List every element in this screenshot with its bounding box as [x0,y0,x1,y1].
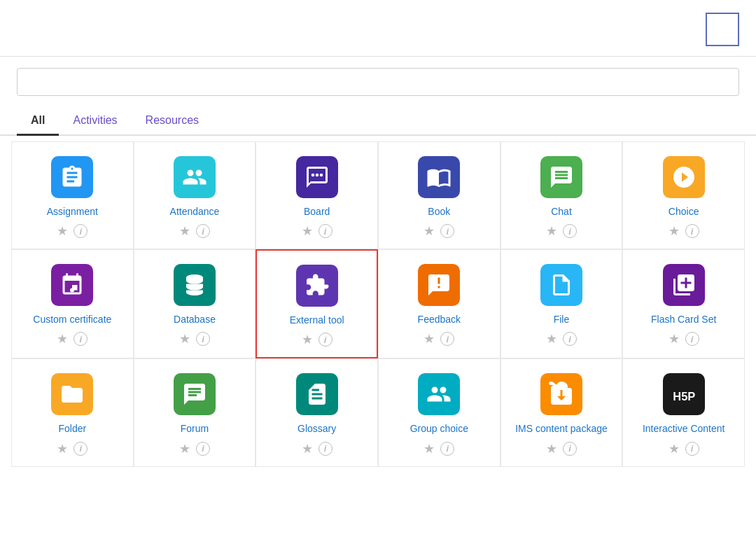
tab-activities[interactable]: Activities [59,107,131,136]
grid-item-book[interactable]: Book★i [378,141,500,249]
modal: All Activities Resources Assignment★iAtt… [0,0,756,544]
grid-item-ims-content-package[interactable]: IMS content package★i [500,358,623,466]
item-label-group-choice: Group choice [410,422,468,435]
grid-item-file[interactable]: File★i [500,249,623,358]
tab-all[interactable]: All [17,107,59,136]
grid-item-assignment[interactable]: Assignment★i [11,141,134,249]
item-actions-group-choice: ★i [424,441,454,456]
svg-point-1 [315,174,318,177]
item-label-chat: Chat [551,205,572,218]
star-icon-folder[interactable]: ★ [57,441,68,456]
grid-item-board[interactable]: Board★i [255,141,378,249]
tab-resources[interactable]: Resources [132,107,213,136]
star-icon-chat[interactable]: ★ [546,223,557,239]
item-actions-book: ★i [424,223,454,239]
info-icon-book[interactable]: i [440,224,454,238]
info-icon-chat[interactable]: i [563,224,577,238]
item-label-board: Board [304,205,330,218]
item-label-custom-certificate: Custom certificate [33,313,111,326]
grid-item-glossary[interactable]: Glossary★i [255,358,378,466]
info-icon-forum[interactable]: i [196,442,210,456]
item-label-book: Book [428,205,450,218]
info-icon-flash-card-set[interactable]: i [685,332,699,346]
info-icon-choice[interactable]: i [685,224,699,238]
star-icon-flash-card-set[interactable]: ★ [668,331,680,347]
grid-item-feedback[interactable]: Feedback★i [378,249,500,358]
grid-item-external-tool[interactable]: External tool★i [255,249,378,358]
item-actions-ims-content-package: ★i [546,441,577,456]
item-actions-glossary: ★i [302,441,332,456]
file-icon-box [540,264,582,306]
star-icon-assignment[interactable]: ★ [57,223,68,239]
item-label-interactive-content: Interactive Content [643,422,725,435]
feedback-icon-box [418,264,460,306]
star-icon-glossary[interactable]: ★ [302,441,313,456]
info-icon-file[interactable]: i [563,332,577,346]
chat-icon-box [540,156,582,198]
info-icon-assignment[interactable]: i [74,224,88,238]
info-icon-external-tool[interactable]: i [318,333,332,347]
attendance-icon-box [174,156,216,198]
info-icon-database[interactable]: i [196,332,210,346]
star-icon-database[interactable]: ★ [179,331,190,347]
svg-text:H5P: H5P [673,390,695,403]
info-icon-board[interactable]: i [318,224,332,238]
close-button[interactable] [706,13,739,46]
grid-item-custom-certificate[interactable]: Custom certificate★i [11,249,134,358]
grid-item-flash-card-set[interactable]: Flash Card Set★i [622,249,745,358]
star-icon-book[interactable]: ★ [424,223,435,239]
activity-grid: Assignment★iAttendance★iBoard★iBook★iCha… [0,136,756,473]
item-label-assignment: Assignment [47,205,98,218]
grid-item-forum[interactable]: Forum★i [134,358,256,466]
glossary-icon-box [296,373,338,415]
item-actions-database: ★i [179,331,210,347]
item-actions-custom-certificate: ★i [57,331,88,347]
item-actions-forum: ★i [179,441,210,456]
star-icon-forum[interactable]: ★ [179,441,190,456]
star-icon-interactive-content[interactable]: ★ [668,441,680,456]
star-icon-feedback[interactable]: ★ [424,331,435,347]
modal-header [0,0,756,57]
grid-item-interactive-content[interactable]: H5PInteractive Content★i [622,358,745,466]
tabs-bar: All Activities Resources [0,107,756,136]
star-icon-ims-content-package[interactable]: ★ [546,441,557,456]
info-icon-attendance[interactable]: i [196,224,210,238]
forum-icon-box [174,373,216,415]
search-input[interactable] [17,68,739,96]
item-actions-chat: ★i [546,223,577,239]
info-icon-folder[interactable]: i [74,442,88,456]
grid-item-attendance[interactable]: Attendance★i [134,141,256,249]
item-label-flash-card-set: Flash Card Set [651,313,716,326]
info-icon-feedback[interactable]: i [440,332,454,346]
grid-item-group-choice[interactable]: Group choice★i [378,358,500,466]
group-choice-icon-box [418,373,460,415]
star-icon-file[interactable]: ★ [546,331,557,347]
item-label-external-tool: External tool [290,314,344,326]
item-actions-file: ★i [546,331,577,347]
info-icon-glossary[interactable]: i [318,442,332,456]
item-actions-external-tool: ★i [302,332,332,347]
grid-item-folder[interactable]: Folder★i [11,358,134,466]
info-icon-ims-content-package[interactable]: i [563,442,577,456]
info-icon-interactive-content[interactable]: i [685,442,699,456]
info-icon-group-choice[interactable]: i [440,442,454,456]
star-icon-external-tool[interactable]: ★ [302,332,313,347]
folder-icon-box [51,373,93,415]
star-icon-choice[interactable]: ★ [668,223,680,239]
info-icon-custom-certificate[interactable]: i [74,332,88,346]
item-label-forum: Forum [181,422,209,435]
star-icon-custom-certificate[interactable]: ★ [57,331,68,347]
item-label-feedback: Feedback [418,313,461,326]
grid-item-database[interactable]: Database★i [134,249,256,358]
star-icon-group-choice[interactable]: ★ [424,441,435,456]
item-label-file: File [554,313,570,326]
star-icon-board[interactable]: ★ [302,223,313,239]
search-container [0,57,756,107]
star-icon-attendance[interactable]: ★ [179,223,190,239]
grid-item-choice[interactable]: Choice★i [622,141,745,249]
item-label-database: Database [174,313,216,326]
database-icon-box [174,264,216,306]
item-label-ims-content-package: IMS content package [515,422,608,435]
board-icon-box [296,156,338,198]
grid-item-chat[interactable]: Chat★i [500,141,623,249]
